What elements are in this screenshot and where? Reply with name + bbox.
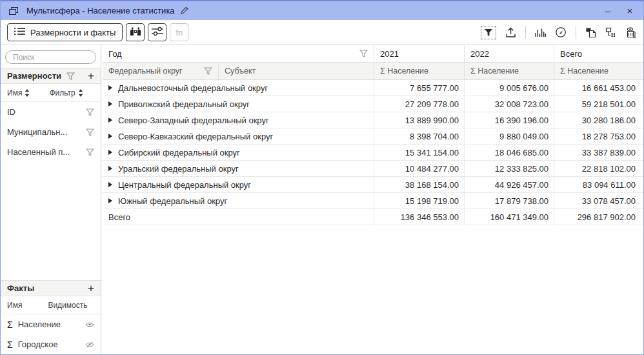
dimensions-facts-button[interactable]: Размерности и факты (7, 23, 123, 41)
settings-sliders-button[interactable] (148, 23, 166, 41)
minimize-button[interactable]: – (597, 3, 619, 19)
row-label: Уральский федеральный округ (118, 164, 239, 174)
toolbar-right-group (481, 26, 637, 39)
sliders-icon (152, 26, 163, 39)
bar-chart-icon[interactable] (535, 28, 546, 37)
list-icon (14, 27, 25, 37)
dimensions-filter-icon[interactable] (66, 72, 75, 80)
value-cell: 33 387 839.00 (554, 145, 641, 160)
fact-item[interactable]: Σ Население (1, 314, 101, 334)
column-header-2021[interactable]: 2021 (374, 45, 464, 62)
dimensions-facts-label: Размерности и факты (30, 28, 116, 37)
table-row: Центральный федеральный округ 38 168 154… (103, 177, 643, 193)
facts-columns-header: Имя Видимость (1, 296, 101, 314)
value-cell: 30 280 186.00 (554, 112, 641, 128)
sigma-icon: Σ (7, 340, 13, 350)
expand-arrow-icon[interactable] (108, 182, 112, 187)
sort-icon (25, 89, 30, 97)
sort-by-filter[interactable]: Фильтр (49, 88, 83, 97)
app-window: Мультисфера - Население статистика – × Р… (0, 0, 644, 355)
facts-col-name: Имя (7, 301, 22, 310)
hierarchy-icon[interactable] (605, 27, 616, 37)
value-cell: 83 094 611.00 (554, 177, 641, 192)
year-dimension-cell[interactable]: Год (103, 45, 374, 62)
value-cell: 8 398 704.00 (374, 128, 464, 144)
expand-arrow-icon[interactable] (108, 198, 112, 203)
year-filter-icon[interactable] (359, 50, 368, 57)
dimension-item[interactable]: Муниципальн... (1, 122, 101, 142)
value-cell: 27 209 778.00 (374, 96, 464, 112)
fact-item[interactable]: Σ Городское (1, 334, 101, 354)
dimension-filter-icon[interactable] (86, 108, 94, 116)
dimension-item[interactable]: ID (1, 102, 101, 122)
value-cell: 16 390 196.00 (464, 112, 554, 128)
filter-toggle-icon[interactable] (481, 26, 496, 39)
federal-district-header[interactable]: Федеральный округ (103, 63, 218, 79)
value-cell: 13 889 990.00 (374, 112, 464, 128)
dimension-header-row: Федеральный округ Субъект Σ Население Σ … (103, 63, 643, 80)
value-cell: 18 046 685.00 (464, 145, 554, 160)
add-fact-button[interactable]: + (88, 283, 94, 294)
toolbar-separator (576, 26, 576, 39)
row-label: Центральный федеральный округ (118, 180, 251, 190)
dimensions-title: Размерности (7, 71, 61, 81)
fn-formula-button[interactable]: fn (170, 23, 188, 41)
close-button[interactable]: × (619, 3, 641, 19)
window-title: Мультисфера - Население статистика (26, 6, 175, 15)
value-cell: 15 198 719.00 (374, 193, 464, 208)
facts-section-header: Факты + (1, 280, 101, 296)
dimension-filter-icon[interactable] (86, 148, 94, 156)
export-icon[interactable] (505, 27, 516, 38)
value-cell: 44 926 457.00 (464, 177, 554, 192)
value-cell: 33 078 457.00 (554, 193, 641, 208)
search-binoculars-button[interactable] (126, 23, 145, 41)
value-cell: 17 879 738.00 (464, 193, 554, 208)
add-dimension-button[interactable]: + (88, 70, 94, 81)
visibility-off-icon[interactable] (85, 341, 94, 348)
measures-visibility-icon[interactable] (625, 27, 637, 38)
subject-header[interactable]: Субъект (218, 63, 374, 79)
federal-district-filter-icon[interactable] (204, 67, 212, 75)
facts-title: Факты (7, 283, 34, 293)
column-header-2022[interactable]: 2022 (464, 45, 554, 62)
dimension-filter-icon[interactable] (86, 128, 94, 136)
value-cell: 9 005 676.00 (464, 80, 554, 96)
expand-arrow-icon[interactable] (108, 101, 112, 107)
table-row: Северо-Западный федеральный округ 13 889… (103, 112, 643, 128)
table-row: Приволжский федеральный округ 27 209 778… (103, 96, 643, 112)
value-cell: 38 168 154.00 (374, 177, 464, 192)
sort-by-name[interactable]: Имя (7, 88, 30, 97)
expand-arrow-icon[interactable] (108, 166, 112, 171)
measure-header[interactable]: Σ Население (554, 63, 641, 79)
total-value-cell: 296 817 902.00 (554, 209, 641, 225)
search-input[interactable] (5, 50, 96, 64)
title-bar: Мультисфера - Население статистика – × (1, 1, 643, 20)
expand-arrow-icon[interactable] (108, 117, 112, 123)
copy-sheets-icon[interactable] (585, 27, 596, 38)
row-label: Южный федеральный округ (118, 196, 227, 206)
value-cell: 22 818 102.00 (554, 161, 641, 176)
value-cell: 16 661 453.00 (554, 80, 641, 96)
measure-header[interactable]: Σ Население (374, 63, 464, 79)
expand-arrow-icon[interactable] (108, 134, 112, 139)
total-row: Всего 136 346 553.00 160 471 349.00 296 … (103, 209, 643, 225)
sidebar: Размерности + Имя Фильтр ID (1, 45, 101, 354)
binoculars-icon (130, 26, 141, 39)
row-label: Северо-Кавказский федеральный округ (118, 132, 273, 141)
column-header-total[interactable]: Всего (554, 45, 641, 62)
table-row: Дальневосточный федеральный округ 7 655 … (103, 80, 643, 96)
edit-title-pencil-icon[interactable] (180, 6, 190, 15)
measure-header[interactable]: Σ Население (464, 63, 554, 79)
sort-icon (78, 89, 83, 97)
cascade-windows-icon (8, 6, 19, 15)
facts-col-visibility: Видимость (48, 301, 87, 310)
dimensions-columns-header: Имя Фильтр (1, 84, 101, 102)
pivot-table: Год 2021 2022 Всего Федеральный округ Су… (101, 45, 643, 354)
expand-arrow-icon[interactable] (108, 150, 112, 155)
compass-icon[interactable] (555, 26, 567, 38)
total-value-cell: 160 471 349.00 (464, 209, 554, 225)
visibility-on-icon[interactable] (85, 321, 94, 328)
expand-arrow-icon[interactable] (108, 85, 112, 90)
dimension-item[interactable]: Населенный п... (1, 142, 101, 162)
table-row: Северо-Кавказский федеральный округ 8 39… (103, 128, 643, 145)
